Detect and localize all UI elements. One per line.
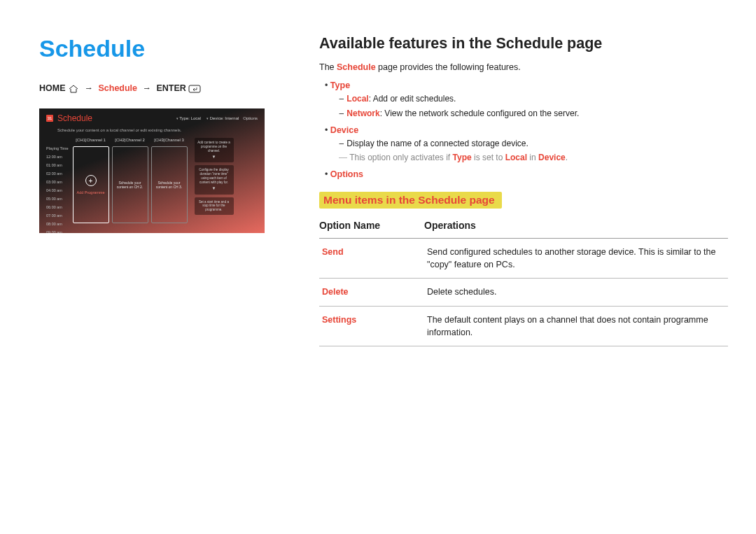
ss-col3-header: [CH3]Channel 3 (151, 138, 188, 143)
schedule-screenshot: 31 Schedule ▾ Type: Local ▾ Device: Inte… (39, 108, 265, 233)
feature-device-note: This option only activates if Type is se… (339, 152, 728, 164)
ss-col2-card: Schedule your content on CH 2. (112, 146, 148, 223)
feature-options: Options (330, 169, 363, 179)
ss-info1: Add content to create a programme on the… (195, 138, 234, 162)
ss-options: Options (243, 116, 258, 120)
table-row: Send Send configured schedules to anothe… (319, 239, 728, 279)
options-table: Option Name Operations Send Send configu… (319, 220, 728, 346)
th-option-name: Option Name (319, 220, 424, 239)
ss-col1-header: [CH1]Channel 1 (73, 138, 109, 143)
arrow-icon: → (140, 83, 155, 93)
calendar-icon: 31 (46, 115, 53, 122)
th-operations: Operations (424, 220, 728, 239)
table-row: Delete Delete schedules. (319, 279, 728, 306)
menu-items-heading: Menu items in the Schedule page (319, 192, 502, 209)
home-icon (68, 85, 79, 93)
feature-type-network: Network: View the network schedule confi… (339, 108, 728, 120)
feature-list: Type Local: Add or edit schedules. Netwo… (319, 80, 728, 179)
breadcrumb-enter: ENTER (157, 83, 186, 93)
ss-type: ▾ Type: Local (175, 116, 201, 120)
arrow-icon: → (81, 83, 96, 93)
svg-rect-0 (189, 85, 200, 92)
ss-info3: Set a start time and a stop time for the… (195, 197, 234, 216)
ss-col1-card: + Add Programme (73, 146, 109, 223)
page-title: Schedule (39, 35, 270, 62)
breadcrumb-schedule: Schedule (98, 83, 137, 93)
ss-time-column: Playing Time 12:00 am 01:00 am 02:00 am … (46, 138, 69, 233)
ss-info2: Configure the display duration "zone tim… (195, 165, 234, 194)
ss-col3-card: Schedule your content on CH 3. (151, 146, 188, 223)
feature-type-local: Local: Add or edit schedules. (339, 93, 728, 105)
feature-device-desc: Display the name of a connected storage … (339, 138, 728, 150)
ss-subtitle: Schedule your content on a local channel… (39, 128, 265, 135)
section-heading: Available features in the Schedule page (319, 35, 728, 52)
ss-device: ▾ Device: Internal (205, 116, 239, 120)
breadcrumb: HOME → Schedule → ENTER (39, 83, 270, 93)
feature-type: Type (330, 80, 350, 90)
feature-device: Device (330, 125, 358, 135)
table-row: Settings The default content plays on a … (319, 306, 728, 346)
intro-text: The Schedule page provides the following… (319, 62, 728, 72)
ss-title: Schedule (57, 113, 92, 123)
breadcrumb-home: HOME (39, 83, 66, 93)
enter-icon (188, 85, 200, 93)
ss-col2-header: [CH2]Channel 2 (112, 138, 148, 143)
plus-icon: + (85, 175, 97, 186)
